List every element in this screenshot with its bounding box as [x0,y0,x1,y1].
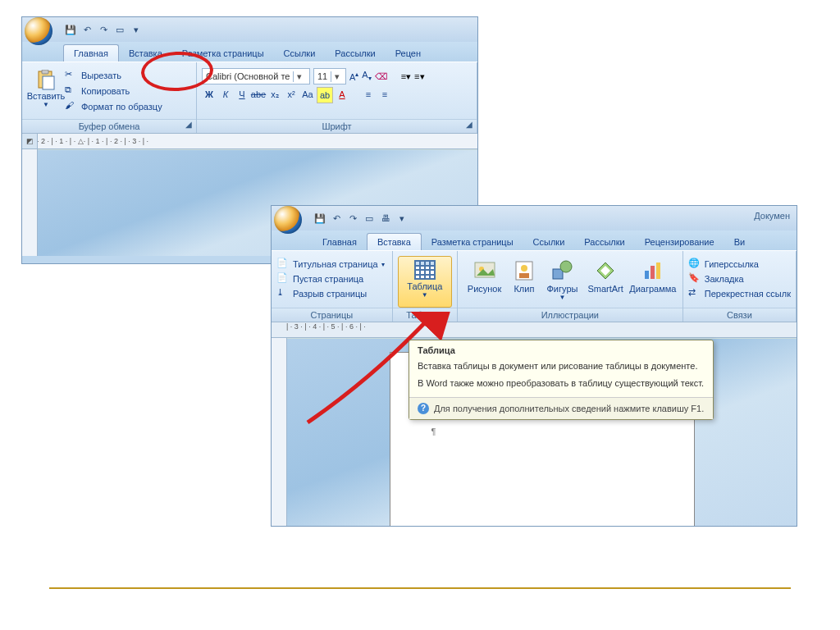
svg-rect-1 [42,70,48,74]
ruler-corner-icon: ◩ [22,134,38,148]
redo-icon[interactable]: ↷ [346,212,359,225]
group-tables: Таблица ▼ Таблицы [393,251,458,322]
undo-icon[interactable]: ↶ [330,212,343,225]
ribbon-tabs: Главная Вставка Разметка страницы Ссылки… [22,42,477,62]
underline-button[interactable]: Ч [235,87,249,102]
copy-button[interactable]: ⧉Копировать [65,84,162,98]
undo-icon[interactable]: ↶ [80,23,94,36]
crossref-icon: ⇄ [688,287,701,300]
cover-page-button[interactable]: 📄Титульная страница▾ [276,257,387,272]
subscript-button[interactable]: x₂ [267,87,282,102]
font-color-button[interactable]: A [335,87,349,102]
grow-font-icon[interactable]: A▴ [349,71,358,82]
save-icon[interactable]: 💾 [64,23,77,36]
tab-view[interactable]: Ви [724,234,755,250]
crossref-button[interactable]: ⇄Перекрестная ссылк [688,286,791,301]
svg-rect-12 [656,262,660,279]
save-icon[interactable]: 💾 [313,212,326,225]
bookmark-icon: 🔖 [688,272,701,285]
group-clipboard: Вставить ▼ ✂Вырезать ⧉Копировать 🖌Формат… [22,62,197,133]
group-links: 🌐Гиперссылка 🔖Закладка ⇄Перекрестная ссы… [683,251,797,322]
page-icon: 📄 [276,258,290,271]
changecase-button[interactable]: Aa [300,87,315,102]
chart-icon [641,259,664,282]
tab-mailings[interactable]: Рассылки [574,234,634,250]
copy-label: Копировать [81,86,130,96]
new-icon[interactable]: ▭ [363,212,376,225]
horizontal-ruler[interactable]: | · 3 · | · 4 · | · 5 · | · 6 · | · [272,322,797,338]
hyperlink-button[interactable]: 🌐Гиперссылка [688,257,791,272]
copy-icon: ⧉ [65,84,78,98]
vertical-ruler[interactable] [272,338,287,527]
print-icon[interactable]: 🖶 [379,212,392,225]
bullets-icon[interactable]: ≡▾ [401,71,411,82]
horizontal-ruler[interactable]: ◩ · 2 · | · 1 · | · △· | · 1 · | · 2 · |… [22,133,477,149]
tab-mailings[interactable]: Рассылки [325,45,385,62]
redo-icon[interactable]: ↷ [97,23,110,36]
tab-review[interactable]: Рецен [386,45,431,62]
group-label-clipboard: Буфер обмена [22,119,196,133]
shapes-button[interactable]: Фигуры▼ [541,256,582,308]
tab-layout[interactable]: Разметка страницы [172,45,274,62]
tab-layout[interactable]: Разметка страницы [422,234,523,250]
numbering-icon[interactable]: ≡▾ [414,71,424,82]
shrink-font-icon[interactable]: A▾ [362,70,371,82]
page-break-button[interactable]: ⤓Разрыв страницы [276,286,387,301]
font-size-select[interactable]: 11▾ [313,68,346,84]
tab-home[interactable]: Главная [313,234,367,250]
vertical-ruler[interactable] [22,149,38,256]
bold-button[interactable]: Ж [202,87,217,102]
more-icon[interactable]: ▾ [395,212,409,225]
dialog-launcher-icon[interactable]: ◢ [183,120,194,131]
office-button[interactable] [274,206,302,234]
svg-rect-7 [519,273,529,278]
dialog-launcher-icon[interactable]: ◢ [463,120,475,131]
superscript-button[interactable]: x² [284,87,299,102]
tab-home[interactable]: Главная [63,44,119,62]
blank-page-button[interactable]: 📄Пустая страница [276,272,387,286]
clipart-button[interactable]: Клип [506,256,541,308]
table-button[interactable]: Таблица ▼ [398,256,452,308]
tab-review[interactable]: Рецензирование [635,234,724,250]
cut-label: Вырезать [81,71,121,80]
picture-icon [473,259,496,282]
picture-button[interactable]: Рисунок [463,256,507,308]
tab-insert[interactable]: Вставка [119,45,172,62]
group-label-pages: Страницы [272,308,392,322]
align-center-icon[interactable]: ≡ [377,87,392,102]
group-pages: 📄Титульная страница▾ 📄Пустая страница ⤓Р… [272,251,393,322]
scissors-icon: ✂ [65,69,78,82]
break-icon: ⤓ [276,287,290,300]
quick-access-toolbar: 💾 ↶ ↷ ▭ 🖶 ▾ [313,212,409,225]
tooltip-title: Таблица [409,340,713,358]
group-label-illustrations: Иллюстрации [458,308,682,322]
smartart-button[interactable]: SmartArt [582,256,628,308]
clear-format-icon[interactable]: ⌫ [375,71,388,82]
svg-rect-11 [651,266,655,279]
more-icon[interactable]: ▾ [130,23,143,36]
table-label: Таблица [407,281,442,291]
titlebar: 💾 ↶ ↷ ▭ ▾ [22,17,477,42]
italic-button[interactable]: К [218,87,233,102]
chevron-down-icon: ▼ [422,291,428,299]
bookmark-button[interactable]: 🔖Закладка [688,272,791,286]
ruler-marks: | · 3 · | · 4 · | · 5 · | · 6 · | · [286,322,366,331]
divider [49,587,791,589]
align-left-icon[interactable]: ≡ [361,87,376,102]
highlight-button[interactable]: ab [317,87,333,103]
new-icon[interactable]: ▭ [113,23,126,36]
paste-button[interactable]: Вставить ▼ [27,65,65,119]
office-button[interactable] [25,17,52,45]
tab-insert[interactable]: Вставка [367,233,422,250]
tab-references[interactable]: Ссылки [274,45,326,62]
group-label-tables: Таблицы [393,308,457,322]
brush-icon: 🖌 [65,100,78,113]
font-name-select[interactable]: Calibri (Основной те▾ [202,68,310,84]
svg-rect-10 [645,271,649,279]
strike-button[interactable]: abe [251,87,266,102]
format-painter-button[interactable]: 🖌Формат по образцу [65,99,162,114]
tab-references[interactable]: Ссылки [523,234,575,250]
chart-button[interactable]: Диаграмма [628,256,678,308]
shapes-icon [550,259,573,282]
cut-button[interactable]: ✂Вырезать [65,68,162,83]
